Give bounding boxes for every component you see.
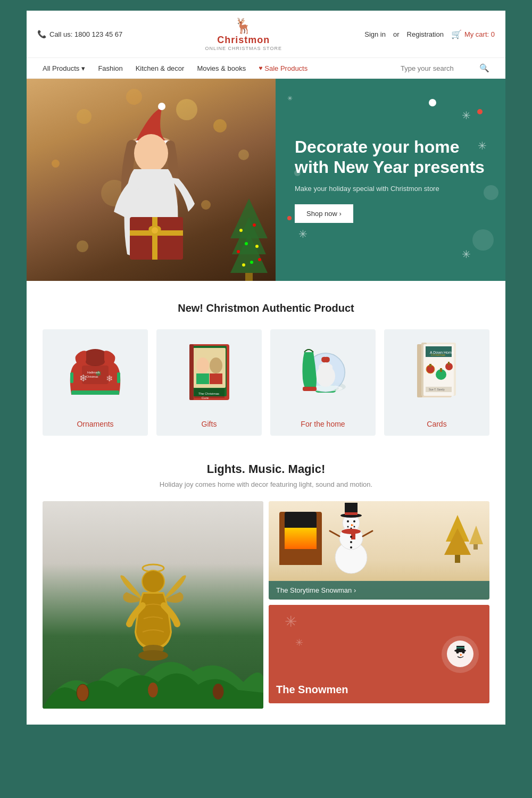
svg-line-100 [363,531,372,536]
nav-all-products[interactable]: All Products ▾ [43,64,85,72]
svg-point-35 [196,358,209,373]
svg-point-98 [350,546,352,548]
snowman-circle-deco [442,636,479,673]
angel-figure [116,558,190,666]
search-input[interactable] [401,64,475,72]
hero-text-side: ✳ ✳ ✳ ✳ ✳ Decorate your home with New Ye… [276,79,505,281]
nav-movies-label: Movies & books [197,64,246,72]
shop-now-button[interactable]: Shop now › [295,204,353,223]
dot-red-1 [477,109,483,114]
svg-point-18 [237,250,240,253]
svg-point-22 [86,358,105,366]
angel-svg [116,558,190,664]
logo-icon: 🦌 [234,17,253,35]
nav-fashion[interactable]: Fashion [98,64,122,72]
gifts-label: Gifts [202,414,217,436]
svg-point-21 [258,258,261,261]
nav-sale[interactable]: ♥ Sale Products [259,64,307,72]
svg-text:Christmas: Christmas [86,375,98,378]
ornaments-image-area: ❄ ❄ ❄ Hallmark Christmas [43,329,148,414]
dot-grey-1 [472,229,494,251]
angel-bg [43,501,263,709]
gifts-image: The Christmas Cure [187,342,232,403]
svg-text:Sue T. Sandy: Sue T. Sandy [429,388,445,391]
fireplace [279,512,322,565]
product-card-home[interactable]: For the home [270,329,376,436]
gold-trees [442,512,484,584]
snowman-svg [327,501,375,576]
product-card-gifts[interactable]: The Christmas Cure Gifts [156,329,262,436]
gold-trees-svg [442,512,484,581]
fire [285,528,317,549]
svg-rect-55 [303,387,317,391]
nav-movies[interactable]: Movies & books [197,64,246,72]
hero-subtitle: Make your holiday special with Christmon… [295,185,486,193]
phone-number: Call us: 1800 123 45 67 [49,30,122,38]
svg-line-99 [330,531,339,536]
svg-rect-68 [440,368,442,372]
svg-rect-105 [473,544,478,550]
svg-point-9 [152,227,158,234]
right-panels: The Storytime Snowman › ✳ ✳ [269,501,489,703]
snowmen-title: The Snowmen [276,684,348,695]
svg-point-15 [253,223,256,227]
cards-image-area: A Down Home Christmas Sue T. Sandy [384,329,489,414]
svg-point-96 [350,536,352,538]
svg-point-110 [454,649,466,652]
products-section: New! Christmon Authentic Product [27,281,505,457]
cart-icon: 🛒 [451,29,462,39]
svg-point-3 [134,134,168,172]
home-image [296,342,350,403]
phone-icon: 📞 [37,30,46,38]
nav-links: All Products ▾ Fashion Kitchen & decor M… [43,64,307,72]
dot-white-1 [429,99,436,106]
page-wrapper: 📞 Call us: 1800 123 45 67 🦌 Christmon ON… [27,11,505,725]
signin-link[interactable]: Sign in [364,30,386,38]
ornaments-image: ❄ ❄ ❄ Hallmark Christmas [66,347,124,397]
lights-subtitle: Holiday joy comes home with decor featur… [43,480,489,488]
svg-point-19 [250,261,253,264]
gifts-image-area: The Christmas Cure [156,329,262,414]
storytime-banner[interactable]: The Storytime Snowman › [269,581,489,600]
top-bar-left: 📞 Call us: 1800 123 45 67 [37,30,122,38]
snowmen-panel[interactable]: ✳ ✳ [269,605,489,703]
register-link[interactable]: Registration [407,30,444,38]
svg-rect-95 [351,531,355,539]
snowflake-2: ✳ [478,139,487,152]
product-card-cards[interactable]: A Down Home Christmas Sue T. Sandy [384,329,489,436]
angel-panel[interactable] [43,501,263,709]
cart-button[interactable]: 🛒 My cart: 0 [451,29,495,39]
svg-rect-37 [196,373,209,384]
search-icon[interactable]: 🔍 [479,63,489,73]
svg-text:Cure: Cure [202,396,209,400]
nav-kitchen[interactable]: Kitchen & decor [136,64,185,72]
snowmen-banner: The Snowmen [269,676,489,703]
product-grid: ❄ ❄ ❄ Hallmark Christmas Ornaments [43,329,489,436]
svg-point-20 [242,263,245,267]
snowman [327,501,375,578]
logo-area[interactable]: 🦌 Christmon ONLINE CHRISTMAS STORE [205,17,282,51]
svg-text:Hallmark: Hallmark [87,371,101,374]
dot-white-2 [294,170,301,176]
nav-all-products-label: All Products [43,64,79,72]
svg-point-97 [350,541,352,543]
cart-label: My cart: 0 [464,30,495,38]
nav-kitchen-label: Kitchen & decor [136,64,185,72]
svg-point-51 [319,364,324,370]
svg-rect-66 [429,364,431,367]
svg-rect-27 [70,372,73,383]
svg-rect-28 [117,372,120,383]
products-title: New! Christmon Authentic Product [43,302,489,314]
product-card-ornaments[interactable]: ❄ ❄ ❄ Hallmark Christmas Ornaments [43,329,148,436]
nav-bar: All Products ▾ Fashion Kitchen & decor M… [27,58,505,79]
svg-point-16 [245,242,248,245]
snowman-panel[interactable]: The Storytime Snowman › [269,501,489,600]
snowman-face-svg [446,639,475,669]
nav-fashion-label: Fashion [98,64,122,72]
or-separator: or [393,30,400,38]
svg-rect-38 [210,373,222,384]
fireplace-opening [285,512,317,549]
cards-label: Cards [427,414,446,436]
svg-point-75 [148,683,158,697]
hero-tree-svg [228,196,270,281]
